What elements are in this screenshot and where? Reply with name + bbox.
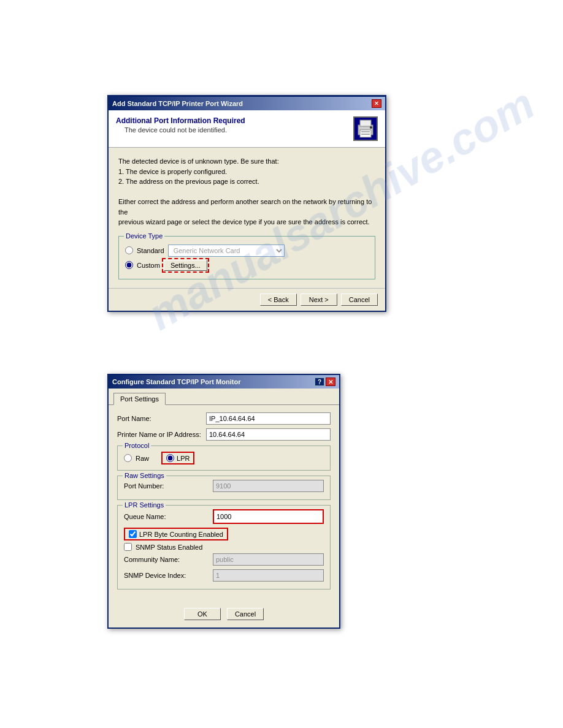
standard-radio[interactable] <box>125 246 133 254</box>
ok-button[interactable]: OK <box>184 608 221 620</box>
queue-name-row: Queue Name: <box>124 509 324 524</box>
port-name-label: Port Name: <box>117 415 206 422</box>
help-button[interactable]: ? <box>315 377 324 386</box>
tab-bar: Port Settings <box>109 389 339 404</box>
next-button[interactable]: Next > <box>301 294 337 306</box>
svg-rect-1 <box>360 120 371 126</box>
printer-name-row: Printer Name or IP Address: <box>117 428 331 441</box>
tab-port-settings[interactable]: Port Settings <box>113 393 166 405</box>
lpr-byte-counting-highlight: LPR Byte Counting Enabled <box>124 528 228 540</box>
snmp-device-index-row: SNMP Device Index: <box>124 569 324 582</box>
dialog1-footer: < Back Next > Cancel <box>109 288 385 311</box>
snmp-device-index-input[interactable] <box>213 569 324 582</box>
printer-name-label: Printer Name or IP Address: <box>117 431 206 438</box>
printer-name-input[interactable] <box>206 428 331 441</box>
community-name-input[interactable] <box>213 553 324 566</box>
dialog2-footer: OK Cancel <box>109 602 339 628</box>
device-type-label: Device Type <box>124 232 164 240</box>
svg-point-5 <box>370 126 372 129</box>
dialog2-close-button[interactable]: ✕ <box>326 377 335 386</box>
community-name-label: Community Name: <box>124 556 213 563</box>
back-button[interactable]: < Back <box>260 294 297 306</box>
custom-radio[interactable] <box>125 261 133 269</box>
dialog1-add-printer-port-wizard: Add Standard TCP/IP Printer Port Wizard … <box>107 95 386 312</box>
dialog2-content: Port Name: Printer Name or IP Address: P… <box>109 404 339 602</box>
lpr-settings-label: LPR Settings <box>123 501 166 509</box>
cancel-button[interactable]: Cancel <box>341 294 378 306</box>
titlebar-controls: ? ✕ <box>315 377 335 386</box>
dialog1-titlebar: Add Standard TCP/IP Printer Port Wizard … <box>109 97 385 110</box>
custom-radio-row: Custom Settings... <box>125 260 369 271</box>
dialog1-body: The detected device is of unknown type. … <box>109 148 385 288</box>
lpr-byte-counting-checkbox[interactable] <box>129 530 137 538</box>
lpr-byte-counting-label: LPR Byte Counting Enabled <box>139 531 223 538</box>
snmp-status-label: SNMP Status Enabled <box>136 544 202 551</box>
lpr-radio-highlight: LPR <box>161 452 194 464</box>
queue-name-input[interactable] <box>214 510 323 523</box>
dialog1-title: Add Standard TCP/IP Printer Port Wizard <box>112 100 243 107</box>
protocol-group: Protocol Raw LPR <box>117 446 331 471</box>
device-type-group: Device Type Standard Generic Network Car… <box>118 236 375 279</box>
dialog2-configure-port-monitor: Configure Standard TCP/IP Port Monitor ?… <box>107 374 340 629</box>
port-name-row: Port Name: <box>117 412 331 425</box>
protocol-row: Raw LPR <box>124 451 324 465</box>
raw-radio[interactable] <box>124 454 132 462</box>
queue-name-highlight <box>213 509 324 524</box>
lpr-byte-counting-row: LPR Byte Counting Enabled <box>124 528 324 540</box>
port-number-label: Port Number: <box>124 482 213 490</box>
raw-settings-group: Raw Settings Port Number: <box>117 476 331 500</box>
lpr-radio[interactable] <box>166 454 174 462</box>
community-name-row: Community Name: <box>124 553 324 566</box>
dialog1-header-subtitle: The device could not be identified. <box>124 126 353 134</box>
standard-dropdown[interactable]: Generic Network Card <box>168 245 285 257</box>
lpr-settings-group: LPR Settings Queue Name: LPR Byte Counti… <box>117 505 331 590</box>
protocol-label: Protocol <box>123 442 151 449</box>
custom-radio-label: Custom <box>137 262 160 269</box>
lpr-radio-label: LPR <box>177 455 190 462</box>
dialog1-close-button[interactable]: ✕ <box>372 99 381 108</box>
dialog1-description: The detected device is of unknown type. … <box>118 156 375 227</box>
printer-icon <box>353 116 378 141</box>
raw-settings-label: Raw Settings <box>123 472 166 479</box>
svg-rect-3 <box>361 131 370 132</box>
dialog2-cancel-button[interactable]: Cancel <box>227 608 264 620</box>
dialog1-header-text: Additional Port Information Required The… <box>116 116 353 134</box>
dialog2-title: Configure Standard TCP/IP Port Monitor <box>112 378 240 385</box>
snmp-device-index-label: SNMP Device Index: <box>124 572 213 579</box>
standard-radio-row: Standard Generic Network Card <box>125 245 369 257</box>
snmp-status-row: SNMP Status Enabled <box>124 543 324 551</box>
svg-rect-4 <box>361 134 370 135</box>
standard-radio-label: Standard <box>137 247 164 254</box>
dialog1-header-title: Additional Port Information Required <box>116 116 353 125</box>
raw-radio-row: Raw <box>124 454 149 462</box>
port-number-input[interactable] <box>213 480 324 492</box>
port-name-input[interactable] <box>206 412 331 425</box>
snmp-status-checkbox[interactable] <box>124 543 132 551</box>
port-number-row: Port Number: <box>124 480 324 492</box>
dialog1-header: Additional Port Information Required The… <box>109 110 385 148</box>
dialog2-titlebar: Configure Standard TCP/IP Port Monitor ?… <box>109 375 339 389</box>
raw-radio-label: Raw <box>136 455 149 462</box>
settings-button[interactable]: Settings... <box>164 260 207 271</box>
queue-name-label: Queue Name: <box>124 513 213 520</box>
